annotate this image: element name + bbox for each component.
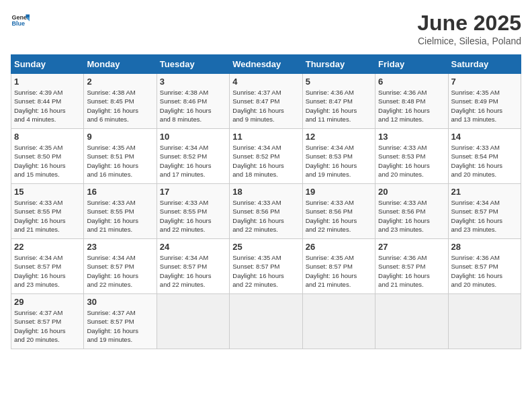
table-row: 29Sunrise: 4:37 AMSunset: 8:57 PMDayligh…	[11, 294, 84, 349]
day-info: Sunrise: 4:39 AMSunset: 8:44 PMDaylight:…	[14, 88, 81, 124]
day-info: Sunrise: 4:33 AMSunset: 8:55 PMDaylight:…	[14, 198, 81, 234]
col-saturday: Saturday	[448, 55, 521, 74]
day-info: Sunrise: 4:37 AMSunset: 8:57 PMDaylight:…	[87, 308, 153, 344]
day-info: Sunrise: 4:38 AMSunset: 8:46 PMDaylight:…	[160, 88, 226, 124]
day-number: 22	[14, 242, 81, 252]
day-info: Sunrise: 4:33 AMSunset: 8:55 PMDaylight:…	[87, 198, 153, 234]
day-info: Sunrise: 4:38 AMSunset: 8:45 PMDaylight:…	[87, 88, 153, 124]
table-row: 26Sunrise: 4:35 AMSunset: 8:57 PMDayligh…	[302, 239, 375, 294]
table-row: 2Sunrise: 4:38 AMSunset: 8:45 PMDaylight…	[84, 74, 157, 129]
day-info: Sunrise: 4:34 AMSunset: 8:57 PMDaylight:…	[160, 253, 226, 289]
day-number: 6	[378, 77, 445, 87]
table-row	[375, 294, 448, 349]
day-info: Sunrise: 4:35 AMSunset: 8:50 PMDaylight:…	[14, 143, 81, 179]
calendar-row: 15Sunrise: 4:33 AMSunset: 8:55 PMDayligh…	[11, 184, 521, 239]
day-info: Sunrise: 4:34 AMSunset: 8:57 PMDaylight:…	[14, 253, 81, 289]
day-info: Sunrise: 4:34 AMSunset: 8:52 PMDaylight:…	[232, 143, 299, 179]
day-number: 28	[451, 242, 518, 252]
page-header: General Blue June 2025 Cielmice, Silesia…	[11, 11, 521, 46]
col-thursday: Thursday	[302, 55, 375, 74]
day-info: Sunrise: 4:33 AMSunset: 8:56 PMDaylight:…	[232, 198, 299, 234]
table-row: 18Sunrise: 4:33 AMSunset: 8:56 PMDayligh…	[230, 184, 302, 239]
col-tuesday: Tuesday	[157, 55, 229, 74]
table-row	[230, 294, 302, 349]
calendar-row: 1Sunrise: 4:39 AMSunset: 8:44 PMDaylight…	[11, 74, 521, 129]
day-number: 5	[306, 77, 372, 87]
table-row: 22Sunrise: 4:34 AMSunset: 8:57 PMDayligh…	[11, 239, 84, 294]
day-number: 18	[232, 187, 299, 197]
day-info: Sunrise: 4:35 AMSunset: 8:57 PMDaylight:…	[232, 253, 299, 289]
table-row: 6Sunrise: 4:36 AMSunset: 8:48 PMDaylight…	[375, 74, 448, 129]
table-row: 3Sunrise: 4:38 AMSunset: 8:46 PMDaylight…	[157, 74, 229, 129]
title-block: June 2025 Cielmice, Silesia, Poland	[417, 11, 521, 46]
day-info: Sunrise: 4:34 AMSunset: 8:53 PMDaylight:…	[306, 143, 372, 179]
day-info: Sunrise: 4:33 AMSunset: 8:54 PMDaylight:…	[451, 143, 518, 179]
table-row: 19Sunrise: 4:33 AMSunset: 8:56 PMDayligh…	[302, 184, 375, 239]
table-row: 20Sunrise: 4:33 AMSunset: 8:56 PMDayligh…	[375, 184, 448, 239]
table-row: 12Sunrise: 4:34 AMSunset: 8:53 PMDayligh…	[302, 129, 375, 184]
day-number: 20	[378, 187, 445, 197]
table-row	[448, 294, 521, 349]
day-info: Sunrise: 4:33 AMSunset: 8:53 PMDaylight:…	[378, 143, 445, 179]
calendar-row: 29Sunrise: 4:37 AMSunset: 8:57 PMDayligh…	[11, 294, 521, 349]
day-info: Sunrise: 4:36 AMSunset: 8:48 PMDaylight:…	[378, 88, 445, 124]
day-info: Sunrise: 4:36 AMSunset: 8:57 PMDaylight:…	[451, 253, 518, 289]
day-info: Sunrise: 4:34 AMSunset: 8:52 PMDaylight:…	[160, 143, 226, 179]
calendar-row: 22Sunrise: 4:34 AMSunset: 8:57 PMDayligh…	[11, 239, 521, 294]
table-row: 11Sunrise: 4:34 AMSunset: 8:52 PMDayligh…	[230, 129, 302, 184]
table-row: 24Sunrise: 4:34 AMSunset: 8:57 PMDayligh…	[157, 239, 229, 294]
table-row: 10Sunrise: 4:34 AMSunset: 8:52 PMDayligh…	[157, 129, 229, 184]
day-number: 26	[306, 242, 372, 252]
day-info: Sunrise: 4:34 AMSunset: 8:57 PMDaylight:…	[451, 198, 518, 234]
table-row: 27Sunrise: 4:36 AMSunset: 8:57 PMDayligh…	[375, 239, 448, 294]
day-info: Sunrise: 4:35 AMSunset: 8:57 PMDaylight:…	[306, 253, 372, 289]
day-info: Sunrise: 4:37 AMSunset: 8:57 PMDaylight:…	[14, 308, 81, 344]
day-number: 15	[14, 187, 81, 197]
location-label: Cielmice, Silesia, Poland	[417, 36, 521, 46]
table-row: 16Sunrise: 4:33 AMSunset: 8:55 PMDayligh…	[84, 184, 157, 239]
table-row: 30Sunrise: 4:37 AMSunset: 8:57 PMDayligh…	[84, 294, 157, 349]
table-row	[157, 294, 229, 349]
table-row: 1Sunrise: 4:39 AMSunset: 8:44 PMDaylight…	[11, 74, 84, 129]
day-number: 2	[87, 77, 153, 87]
day-number: 21	[451, 187, 518, 197]
day-info: Sunrise: 4:35 AMSunset: 8:51 PMDaylight:…	[87, 143, 153, 179]
table-row: 7Sunrise: 4:35 AMSunset: 8:49 PMDaylight…	[448, 74, 521, 129]
day-number: 10	[160, 132, 226, 142]
table-row: 8Sunrise: 4:35 AMSunset: 8:50 PMDaylight…	[11, 129, 84, 184]
day-info: Sunrise: 4:35 AMSunset: 8:49 PMDaylight:…	[451, 88, 518, 124]
day-number: 14	[451, 132, 518, 142]
day-number: 16	[87, 187, 153, 197]
day-number: 13	[378, 132, 445, 142]
day-number: 1	[14, 77, 81, 87]
table-row: 5Sunrise: 4:36 AMSunset: 8:47 PMDaylight…	[302, 74, 375, 129]
day-info: Sunrise: 4:36 AMSunset: 8:57 PMDaylight:…	[378, 253, 445, 289]
day-number: 30	[87, 297, 153, 307]
table-row: 13Sunrise: 4:33 AMSunset: 8:53 PMDayligh…	[375, 129, 448, 184]
day-number: 17	[160, 187, 226, 197]
day-number: 12	[306, 132, 372, 142]
table-row: 4Sunrise: 4:37 AMSunset: 8:47 PMDaylight…	[230, 74, 302, 129]
day-number: 7	[451, 77, 518, 87]
day-number: 29	[14, 297, 81, 307]
day-number: 11	[232, 132, 299, 142]
day-number: 25	[232, 242, 299, 252]
day-number: 4	[232, 77, 299, 87]
table-row: 23Sunrise: 4:34 AMSunset: 8:57 PMDayligh…	[84, 239, 157, 294]
calendar-header-row: Sunday Monday Tuesday Wednesday Thursday…	[11, 55, 521, 74]
table-row: 14Sunrise: 4:33 AMSunset: 8:54 PMDayligh…	[448, 129, 521, 184]
day-number: 27	[378, 242, 445, 252]
day-info: Sunrise: 4:33 AMSunset: 8:56 PMDaylight:…	[306, 198, 372, 234]
month-title: June 2025	[417, 11, 521, 36]
calendar-table: Sunday Monday Tuesday Wednesday Thursday…	[11, 54, 521, 349]
day-number: 23	[87, 242, 153, 252]
logo-icon: General Blue	[11, 11, 30, 30]
table-row	[302, 294, 375, 349]
col-sunday: Sunday	[11, 55, 84, 74]
table-row: 9Sunrise: 4:35 AMSunset: 8:51 PMDaylight…	[84, 129, 157, 184]
day-info: Sunrise: 4:33 AMSunset: 8:55 PMDaylight:…	[160, 198, 226, 234]
day-info: Sunrise: 4:37 AMSunset: 8:47 PMDaylight:…	[232, 88, 299, 124]
calendar-row: 8Sunrise: 4:35 AMSunset: 8:50 PMDaylight…	[11, 129, 521, 184]
table-row: 17Sunrise: 4:33 AMSunset: 8:55 PMDayligh…	[157, 184, 229, 239]
day-info: Sunrise: 4:33 AMSunset: 8:56 PMDaylight:…	[378, 198, 445, 234]
